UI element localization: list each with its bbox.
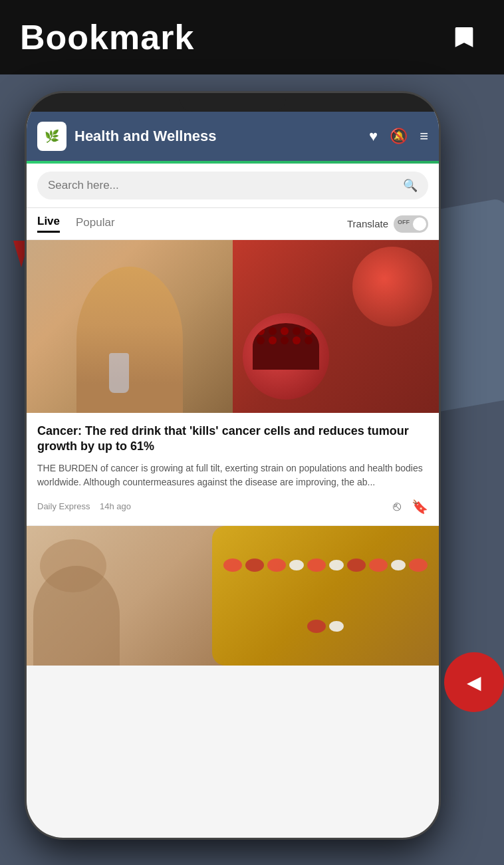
nav-back-button[interactable]: ◀ xyxy=(444,652,504,712)
bookmark-icon[interactable]: 🔖 xyxy=(412,499,428,515)
pomegranate-cut xyxy=(253,323,319,370)
article-image-man xyxy=(27,240,233,413)
article-1-image xyxy=(27,240,439,413)
back-arrow-icon: ◀ xyxy=(467,672,481,693)
pomegranate-medium xyxy=(243,313,329,400)
share-icon[interactable]: ⎋ xyxy=(393,499,401,515)
top-bar: Bookmark xyxy=(0,0,504,74)
blood-cells-area xyxy=(212,526,439,666)
glass-shape xyxy=(109,353,129,393)
translate-label: Translate xyxy=(347,218,388,229)
article-1-actions: ⎋ 🔖 xyxy=(393,499,428,515)
tabs-bar: Live Popular Translate OFF xyxy=(27,208,439,240)
man-silhouette xyxy=(76,267,183,413)
search-input[interactable] xyxy=(48,179,396,192)
tab-popular[interactable]: Popular xyxy=(76,216,115,232)
bell-mute-icon[interactable]: 🔕 xyxy=(390,128,408,145)
app-logo-icon: 🌿 xyxy=(45,129,59,144)
phone-screen: 🌿 Health and Wellness ♥ 🔕 ≡ 🔍 Live Popul… xyxy=(27,112,439,838)
heart-icon[interactable]: ♥ xyxy=(369,128,378,145)
article-1-title[interactable]: Cancer: The red drink that 'kills' cance… xyxy=(37,424,428,455)
blood-cells-grid xyxy=(212,526,439,666)
article-1-card: Cancer: The red drink that 'kills' cance… xyxy=(27,413,439,526)
translate-area: Translate OFF xyxy=(347,215,428,233)
article-1-source: Daily Express 14h ago xyxy=(37,501,131,511)
app-header: 🌿 Health and Wellness ♥ 🔕 ≡ xyxy=(27,112,439,161)
woman-body xyxy=(33,566,120,666)
app-header-title: Health and Wellness xyxy=(74,128,361,145)
article-2-image xyxy=(27,526,439,666)
pomegranate-seeds xyxy=(253,323,319,348)
article-image-pomegranate xyxy=(233,240,439,413)
phone-notch xyxy=(180,93,286,112)
tab-live[interactable]: Live xyxy=(37,215,60,233)
article-1-excerpt: THE BURDEN of cancer is growing at full … xyxy=(37,461,428,489)
search-container: 🔍 xyxy=(27,164,439,208)
toggle-off-label: OFF xyxy=(398,219,410,225)
article-1-meta: Daily Express 14h ago ⎋ 🔖 xyxy=(37,499,428,515)
app-logo: 🌿 xyxy=(37,122,66,151)
translate-toggle[interactable]: OFF xyxy=(394,215,428,233)
top-bar-bookmark-icon[interactable] xyxy=(444,17,484,57)
header-icons: ♥ 🔕 ≡ xyxy=(369,128,428,145)
pomegranate-big xyxy=(352,247,432,326)
search-icon: 🔍 xyxy=(403,178,418,193)
search-input-wrapper: 🔍 xyxy=(37,172,428,199)
toggle-knob xyxy=(413,217,426,231)
page-title: Bookmark xyxy=(20,17,194,57)
phone-frame: 🌿 Health and Wellness ♥ 🔕 ≡ 🔍 Live Popul… xyxy=(27,93,439,838)
hamburger-menu-icon[interactable]: ≡ xyxy=(420,128,428,145)
